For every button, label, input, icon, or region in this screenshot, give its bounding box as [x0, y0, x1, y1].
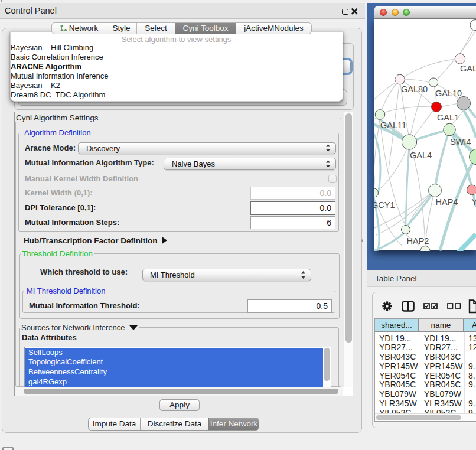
svg-text:SWI4: SWI4	[450, 137, 471, 146]
svg-text:GAL: GAL	[460, 63, 476, 73]
svg-text:GAL4: GAL4	[410, 151, 432, 160]
svg-text:Y: Y	[472, 197, 476, 206]
svg-text:GAL80: GAL80	[401, 84, 428, 93]
svg-text:HAP4: HAP4	[436, 197, 458, 207]
svg-text:HAP2: HAP2	[407, 236, 429, 246]
svg-text:GCY1: GCY1	[374, 200, 395, 209]
svg-text:GAL10: GAL10	[435, 89, 462, 98]
svg-text:GAL1: GAL1	[437, 112, 459, 122]
svg-text:GAL11: GAL11	[380, 120, 406, 129]
